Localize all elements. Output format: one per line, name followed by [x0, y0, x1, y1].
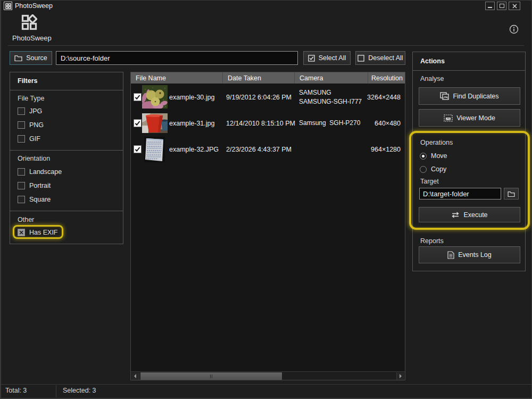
divider: [10, 211, 123, 211]
viewer-mode-button[interactable]: Viewer Mode: [419, 109, 520, 127]
radio-selected-icon: [420, 153, 427, 160]
column-header-resolution[interactable]: Resolution: [368, 72, 406, 84]
divider: [10, 90, 123, 90]
column-header-camera[interactable]: Camera: [294, 72, 368, 84]
table-row[interactable]: example-30.jpg 9/19/2012 6:04:26 PM SAMS…: [131, 84, 405, 110]
column-header-file-name[interactable]: File Name: [131, 72, 222, 84]
find-duplicates-button[interactable]: Find Duplicates: [419, 87, 520, 105]
scroll-right-arrow[interactable]: [396, 372, 404, 380]
filters-title: Filters: [18, 77, 38, 85]
filter-gif-checkbox[interactable]: GIF: [18, 135, 40, 143]
source-button[interactable]: Source: [10, 51, 52, 65]
date-taken: 2/23/2026 4:43:37 PM: [226, 136, 292, 162]
thumbnail-red-cup: [142, 113, 168, 133]
info-icon[interactable]: [509, 24, 519, 34]
move-radio[interactable]: Move: [420, 152, 447, 160]
date-taken: 12/14/2010 8:15:10 PM: [226, 110, 295, 136]
actions-title: Actions: [420, 57, 445, 65]
status-divider: [56, 385, 56, 397]
checkbox-icon: [18, 168, 25, 176]
source-path-input[interactable]: D:\source-folder: [56, 51, 298, 65]
window-title: PhotoSweep: [15, 2, 53, 10]
checkbox-x-icon: ✕: [18, 229, 25, 236]
status-bar-divider: [0, 384, 532, 385]
checkbox-icon: [18, 107, 25, 115]
operations-label: Operations: [420, 139, 453, 146]
folder-icon: [508, 191, 515, 197]
table-row[interactable]: example-32.JPG 2/23/2026 4:43:37 PM 964×…: [131, 136, 405, 162]
viewer-icon: [444, 114, 453, 122]
camera: Samsung SGH-P270: [299, 110, 364, 136]
file-name: example-30.jpg: [169, 84, 214, 110]
row-checkbox-checked[interactable]: [134, 93, 142, 101]
scroll-left-arrow[interactable]: [131, 372, 139, 380]
filters-panel: Filters File Type JPG PNG GIF Orientatio…: [10, 72, 123, 244]
filter-has-exif-checkbox[interactable]: ✕ Has EXIF: [18, 229, 58, 236]
divider: [10, 150, 123, 151]
file-type-label: File Type: [18, 95, 45, 102]
checkbox-icon: [18, 196, 25, 203]
maximize-button[interactable]: [497, 2, 506, 10]
select-all-button[interactable]: Select All: [303, 51, 351, 65]
target-path-input[interactable]: D:\target-folder: [419, 188, 501, 200]
filter-jpg-checkbox[interactable]: JPG: [18, 107, 42, 115]
file-table: File Name Date Taken Camera Resolution: [130, 72, 405, 380]
analyse-label: Analyse: [420, 75, 444, 82]
table-row[interactable]: example-31.jpg 12/14/2010 8:15:10 PM Sam…: [131, 110, 405, 136]
horizontal-scrollbar[interactable]: [131, 371, 405, 380]
app-name-label: PhotoSweep: [12, 34, 52, 42]
close-icon: [512, 4, 517, 9]
checked-box-icon: [308, 55, 315, 62]
camera: [299, 136, 364, 162]
title-bar: PhotoSweep: [0, 0, 532, 12]
status-selected: Selected: 3: [63, 387, 96, 394]
header-divider: [8, 45, 524, 46]
execute-button[interactable]: Execute: [419, 207, 520, 222]
filter-portrait-checkbox[interactable]: Portrait: [18, 182, 51, 189]
document-icon: [447, 251, 454, 259]
other-label: Other: [18, 216, 34, 223]
status-total: Total: 3: [5, 387, 27, 394]
scrollbar-thumb[interactable]: [140, 372, 282, 380]
thumbnail-handwritten-note: [144, 137, 165, 162]
divider: [413, 70, 525, 71]
radio-unselected-icon: [420, 166, 427, 173]
target-label: Target: [420, 178, 439, 185]
swap-arrows-icon: [451, 212, 460, 218]
resolution: 640×480: [375, 110, 401, 136]
file-name: example-32.JPG: [169, 136, 219, 162]
row-checkbox-checked[interactable]: [134, 119, 142, 127]
events-log-button[interactable]: Events Log: [419, 246, 520, 263]
filter-landscape-checkbox[interactable]: Landscape: [18, 168, 62, 176]
filter-square-checkbox[interactable]: Square: [18, 196, 51, 203]
filter-png-checkbox[interactable]: PNG: [18, 121, 44, 129]
minimize-button[interactable]: [485, 2, 495, 10]
reports-label: Reports: [420, 237, 444, 245]
close-button[interactable]: [509, 2, 520, 10]
checkbox-icon: [18, 121, 25, 129]
copy-radio[interactable]: Copy: [420, 165, 446, 173]
app-icon: [4, 2, 12, 10]
unchecked-box-icon: [358, 55, 364, 62]
checkbox-icon: [18, 135, 25, 143]
deselect-all-button[interactable]: Deselect All: [355, 51, 405, 65]
table-header: File Name Date Taken Camera Resolution: [131, 72, 405, 84]
actions-panel: Actions Analyse Find Duplicates Viewer M…: [412, 52, 526, 271]
file-name: example-31.jpg: [169, 110, 214, 136]
browse-target-button[interactable]: [504, 188, 519, 200]
camera: SAMSUNG SAMSUNG-SGH-I777: [299, 84, 364, 110]
date-taken: 9/19/2012 6:04:26 PM: [226, 84, 292, 110]
app-logo-icon: [21, 14, 37, 32]
duplicate-images-icon: [440, 92, 449, 100]
folder-icon: [14, 55, 22, 61]
resolution: 964×1280: [371, 136, 401, 162]
resolution: 3264×2448: [367, 84, 401, 110]
thumbnail-fruits-in-hand: [142, 85, 168, 109]
row-checkbox-checked[interactable]: [134, 145, 142, 153]
column-header-date-taken[interactable]: Date Taken: [222, 72, 294, 84]
checkbox-icon: [18, 182, 25, 189]
orientation-label: Orientation: [18, 155, 50, 162]
